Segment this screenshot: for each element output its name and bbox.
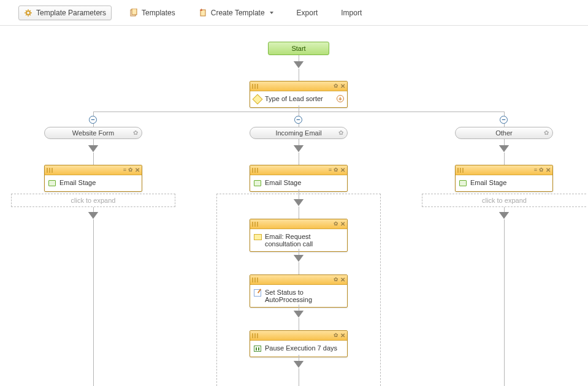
close-icon[interactable]: ✕: [340, 167, 345, 173]
branch-left-label: Website Form: [72, 129, 114, 137]
expand-box-left[interactable]: click to expand: [11, 194, 175, 207]
gear-icon: [24, 9, 32, 17]
connector: [504, 219, 505, 386]
edit-icon: [253, 289, 262, 297]
create-template-label: Create Template: [211, 9, 265, 17]
create-template-icon: +: [199, 9, 207, 17]
gear-icon[interactable]: ✿: [334, 167, 338, 173]
create-template-button[interactable]: + Create Template: [193, 6, 279, 20]
export-button[interactable]: Export: [291, 6, 324, 20]
email-stage-right[interactable]: ≡ ✿ ✕ Email Stage: [455, 165, 553, 192]
expand-label: click to expand: [482, 197, 527, 204]
branch-middle-label: Incoming Email: [275, 129, 321, 137]
collapse-icon[interactable]: −: [500, 116, 508, 124]
import-button[interactable]: Import: [335, 6, 367, 20]
request-consultation-node[interactable]: ✿ ✕ Email: Request consultation call: [250, 219, 348, 252]
node-header: ✿ ✕: [250, 275, 347, 285]
grip-icon[interactable]: [252, 333, 258, 338]
close-icon[interactable]: ✕: [135, 167, 140, 173]
close-icon[interactable]: ✕: [340, 333, 345, 339]
connector: [299, 262, 299, 274]
connector: [93, 219, 94, 386]
template-parameters-label: Template Parameters: [36, 9, 106, 17]
sorter-label: Type of Lead sorter: [265, 95, 323, 102]
set-status-node[interactable]: ✿ ✕ Set Status to AutoProcessing: [250, 274, 348, 308]
connector: [299, 206, 299, 219]
grip-icon[interactable]: [252, 222, 258, 227]
svg-rect-2: [132, 9, 137, 15]
arrow-down-icon: [89, 146, 97, 152]
close-icon[interactable]: ✕: [340, 83, 345, 89]
start-label: Start: [291, 45, 305, 52]
mail-icon: [253, 233, 262, 241]
expand-box-right[interactable]: click to expand: [422, 194, 586, 207]
folder-icon: [459, 179, 467, 187]
node-header: ≡ ✿ ✕: [45, 165, 142, 175]
email-stage-left[interactable]: ≡ ✿ ✕ Email Stage: [44, 165, 142, 192]
collapse-icon[interactable]: −: [89, 116, 97, 124]
connector: [299, 105, 299, 112]
connector: [299, 368, 299, 386]
arrow-down-icon: [500, 146, 508, 152]
email-stage-label: Email Stage: [265, 179, 301, 186]
expand-label: click to expand: [71, 197, 116, 204]
arrow-down-icon: [294, 311, 303, 317]
node-body: Set Status to AutoProcessing: [250, 285, 347, 307]
template-parameters-button[interactable]: Template Parameters: [18, 6, 112, 20]
templates-icon: [129, 9, 138, 17]
connector: [299, 318, 299, 330]
folder-icon: [48, 179, 56, 187]
collapse-icon[interactable]: −: [294, 116, 302, 124]
collapse-toggle-icon[interactable]: ≡: [534, 167, 537, 173]
gear-icon[interactable]: ✿: [539, 167, 544, 173]
grip-icon[interactable]: [457, 168, 464, 173]
gear-icon[interactable]: ✿: [544, 129, 549, 136]
close-icon[interactable]: ✕: [340, 277, 345, 283]
email-stage-label: Email Stage: [470, 179, 506, 186]
grip-icon[interactable]: [252, 278, 258, 282]
pause-execution-node[interactable]: ✿ ✕ Pause Execution 7 days: [250, 330, 348, 357]
gear-icon[interactable]: ✿: [334, 221, 338, 227]
close-icon[interactable]: ✕: [546, 167, 551, 173]
gear-icon[interactable]: ✿: [338, 129, 343, 136]
email-stage-middle[interactable]: ≡ ✿ ✕ Email Stage: [250, 165, 348, 192]
export-label: Export: [297, 9, 318, 17]
grip-icon[interactable]: [47, 168, 53, 173]
condition-icon: [253, 95, 262, 104]
arrow-down-icon: [294, 255, 303, 262]
gear-icon[interactable]: ✿: [133, 129, 138, 136]
grip-icon[interactable]: [252, 84, 258, 89]
pause-icon: [253, 344, 262, 353]
arrow-down-icon: [294, 62, 303, 68]
arrow-down-icon: [294, 361, 303, 368]
arrow-down-icon: [500, 213, 508, 219]
folder-icon: [253, 179, 262, 187]
grip-icon[interactable]: [252, 168, 258, 173]
collapse-toggle-icon[interactable]: ≡: [329, 167, 332, 173]
arrow-down-icon: [294, 200, 303, 206]
gear-icon[interactable]: ✿: [334, 277, 338, 282]
collapse-toggle-icon[interactable]: ≡: [123, 167, 126, 173]
connector: [93, 153, 94, 165]
node-header: ✿ ✕: [250, 219, 347, 229]
gear-icon[interactable]: ✿: [334, 333, 338, 338]
flowchart-canvas[interactable]: Start ✿ ✕ Type of Lead sorter + − Websit…: [0, 26, 588, 386]
node-body: Email Stage: [45, 175, 142, 191]
email-stage-label: Email Stage: [59, 179, 96, 186]
templates-button[interactable]: Templates: [124, 6, 181, 20]
branch-left[interactable]: Website Form ✿: [44, 127, 142, 139]
start-node[interactable]: Start: [268, 42, 329, 55]
node-label: Set Status to AutoProcessing: [265, 289, 344, 303]
node-label: Pause Execution 7 days: [265, 344, 337, 352]
close-icon[interactable]: ✕: [340, 221, 345, 227]
connector: [299, 153, 299, 165]
node-header: ✿ ✕: [250, 81, 347, 91]
branch-middle[interactable]: Incoming Email ✿: [250, 127, 348, 139]
sorter-node[interactable]: ✿ ✕ Type of Lead sorter +: [250, 81, 348, 108]
svg-point-0: [26, 11, 30, 15]
add-icon[interactable]: +: [337, 95, 344, 102]
gear-icon[interactable]: ✿: [128, 167, 133, 173]
templates-label: Templates: [142, 9, 175, 17]
branch-right[interactable]: Other ✿: [455, 127, 553, 139]
gear-icon[interactable]: ✿: [334, 83, 338, 89]
